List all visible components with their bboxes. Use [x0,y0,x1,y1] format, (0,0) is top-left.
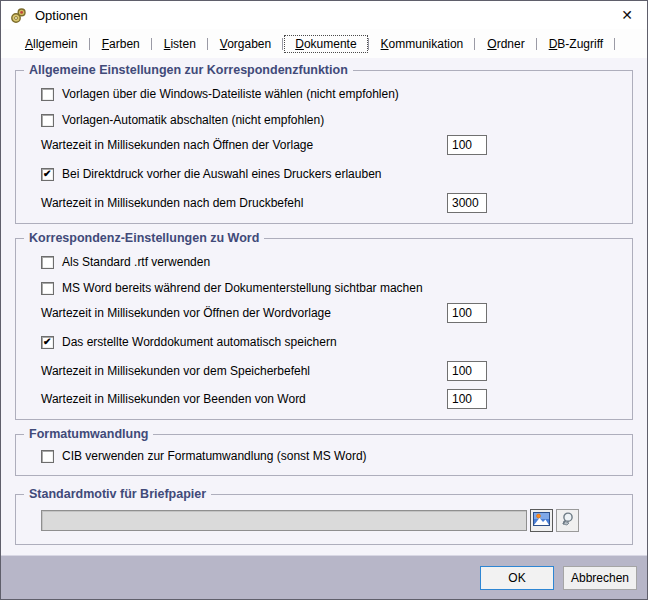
close-icon[interactable]: ✕ [615,4,639,26]
tab-ordner[interactable]: Ordner [475,34,536,54]
setting-row: Das erstellte Worddokument automatisch s… [41,335,632,349]
briefpapier-picture-button[interactable] [530,509,553,532]
briefpapier-preview-button[interactable] [556,509,579,532]
setting-row: Wartezeit in Millisekunden nach dem Druc… [41,193,632,213]
checkbox-label: Als Standard .rtf verwenden [62,255,210,269]
tab-dokumente[interactable]: Dokumente [283,34,368,54]
field-label: Wartezeit in Millisekunden vor Beenden v… [41,392,306,406]
button-bar: OK Abbrechen [1,555,647,599]
group-korrespondenzfunktion: Allgemeine Einstellungen zur Korresponde… [15,70,633,224]
ok-button[interactable]: OK [480,566,554,590]
group-word-einstellungen: Korrespondenz-Einstellungen zu Word Als … [15,238,633,420]
setting-row: Vorlagen-Automatik abschalten (nicht emp… [41,113,632,127]
wait-open-vorlage-input[interactable] [447,135,487,155]
checkbox-standard-rtf[interactable] [41,256,54,269]
tab-page-dokumente: Allgemeine Einstellungen zur Korresponde… [1,58,647,555]
window-title: Optionen [35,8,88,23]
preview-magnifier-icon [560,511,576,530]
checkbox-label: Das erstellte Worddokument automatisch s… [62,335,337,349]
group-formatumwandlung: Formatumwandlung CIB verwenden zur Forma… [15,434,633,476]
options-dialog: Optionen ✕ Allgemein Farben Listen Vorga… [0,0,648,600]
wait-speicherbefehl-input[interactable] [447,361,487,381]
tab-listen[interactable]: Listen [152,34,208,54]
briefpapier-path-input [41,510,527,531]
checkbox-label: Bei Direktdruck vorher die Auswahl eines… [62,167,381,181]
wait-open-wordvorlage-input[interactable] [447,303,487,323]
group-title: Formatumwandlung [24,427,153,441]
checkbox-cib[interactable] [41,450,54,463]
tab-db-zugriff[interactable]: DB-Zugriff [537,34,615,54]
group-title: Korrespondenz-Einstellungen zu Word [24,231,264,245]
setting-row: Wartezeit in Millisekunden vor dem Speic… [41,361,632,381]
field-label: Wartezeit in Millisekunden vor Öffnen de… [41,306,331,320]
group-title: Standardmotiv für Briefpapier [24,487,211,501]
setting-row: Wartezeit in Millisekunden nach Öffnen d… [41,135,632,155]
briefpapier-row [41,509,632,532]
checkbox-label: Vorlagen über die Windows-Dateiliste wäh… [62,87,399,101]
group-briefpapier: Standardmotiv für Briefpapier [15,494,633,545]
wait-word-beenden-input[interactable] [447,389,487,409]
checkbox-direktdruck[interactable] [41,168,54,181]
tab-kommunikation[interactable]: Kommunikation [369,34,476,54]
setting-row: Als Standard .rtf verwenden [41,255,632,269]
checkbox-word-sichtbar[interactable] [41,282,54,295]
checkbox-label: MS Word bereits während der Dokumenterst… [62,281,423,295]
setting-row: Wartezeit in Millisekunden vor Beenden v… [41,389,632,409]
titlebar: Optionen ✕ [1,1,647,29]
checkbox-auto-speichern[interactable] [41,336,54,349]
setting-row: CIB verwenden zur Formatumwandlung (sons… [41,449,632,463]
setting-row: Vorlagen über die Windows-Dateiliste wäh… [41,87,632,101]
setting-row: Wartezeit in Millisekunden vor Öffnen de… [41,303,632,323]
setting-row: Bei Direktdruck vorher die Auswahl eines… [41,167,632,181]
tab-farben[interactable]: Farben [90,34,152,54]
setting-row: MS Word bereits während der Dokumenterst… [41,281,632,295]
field-label: Wartezeit in Millisekunden nach Öffnen d… [41,138,313,152]
group-title: Allgemeine Einstellungen zur Korresponde… [24,63,353,77]
cancel-button[interactable]: Abbrechen [563,566,637,590]
wait-druckbefehl-input[interactable] [447,193,487,213]
field-label: Wartezeit in Millisekunden vor dem Speic… [41,364,310,378]
checkbox-label: CIB verwenden zur Formatumwandlung (sons… [62,449,367,463]
tab-allgemein[interactable]: Allgemein [13,34,90,54]
app-keys-icon [10,7,27,24]
tab-vorgaben[interactable]: Vorgaben [208,34,283,54]
checkbox-windows-dateiliste[interactable] [41,88,54,101]
tab-bar: Allgemein Farben Listen Vorgaben Dokumen… [1,29,647,58]
checkbox-label: Vorlagen-Automatik abschalten (nicht emp… [62,113,324,127]
checkbox-vorlagen-automatik[interactable] [41,114,54,127]
field-label: Wartezeit in Millisekunden nach dem Druc… [41,196,303,210]
picture-icon [533,512,550,529]
